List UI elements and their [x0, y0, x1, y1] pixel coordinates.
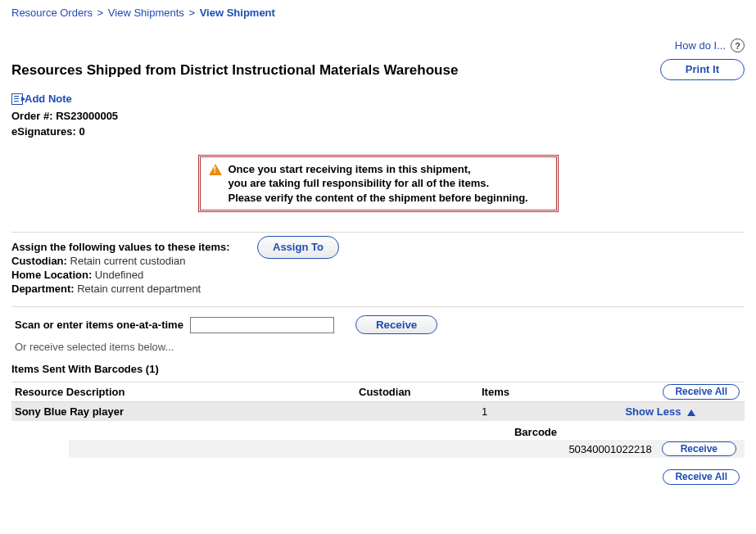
order-label: Order #:	[11, 110, 53, 122]
receive-barcode-button[interactable]: Receive	[662, 441, 736, 456]
esignatures-label: eSignatures:	[11, 125, 76, 138]
order-value: RS23000005	[56, 110, 118, 122]
help-label: How do I...	[675, 39, 726, 52]
items-table: Resource Description Custodian Items Rec…	[11, 382, 745, 421]
receive-all-button-bottom[interactable]: Receive All	[663, 469, 740, 485]
add-note-link[interactable]: Add Note	[25, 93, 72, 105]
page-title: Resources Shipped from District Instruct…	[11, 62, 458, 79]
breadcrumb-current: View Shipment	[200, 7, 275, 19]
order-meta: Add Note Order #: RS23000005 eSignatures…	[11, 92, 745, 140]
divider	[11, 306, 745, 307]
breadcrumb: Resource Orders > View Shipments > View …	[11, 7, 745, 19]
breadcrumb-resource-orders[interactable]: Resource Orders	[11, 7, 93, 19]
receive-button[interactable]: Receive	[355, 315, 437, 334]
help-link[interactable]: How do I... ?	[675, 38, 745, 52]
breadcrumb-sep: >	[188, 7, 195, 19]
print-button[interactable]: Print It	[660, 59, 745, 80]
warning-line-2: you are taking full responsibility for a…	[229, 176, 528, 191]
assign-section: Assign To Assign the following values to…	[11, 241, 745, 301]
warning-box: Once you start receiving items in this s…	[198, 155, 559, 213]
items-heading: Items Sent With Barcodes (1)	[11, 363, 745, 375]
custodian-value: Retain current custodian	[70, 255, 186, 267]
breadcrumb-sep: >	[97, 7, 104, 19]
barcode-header: Barcode	[470, 426, 601, 438]
warning-icon	[209, 164, 222, 175]
item-custodian	[355, 402, 478, 422]
home-location-value: Undefined	[95, 269, 143, 281]
receive-all-button-top[interactable]: Receive All	[663, 384, 740, 400]
or-receive-text: Or receive selected items below...	[15, 341, 745, 353]
item-count: 1	[478, 402, 577, 422]
show-less-toggle[interactable]: Show Less	[625, 405, 695, 418]
warning-line-3: Please verify the content of the shipmen…	[229, 191, 528, 206]
assign-to-button[interactable]: Assign To	[257, 236, 339, 259]
breadcrumb-view-shipments[interactable]: View Shipments	[108, 7, 184, 19]
col-resource-description: Resource Description	[11, 382, 355, 402]
scan-input[interactable]	[190, 317, 334, 333]
custodian-label: Custodian:	[11, 255, 67, 267]
warning-line-1: Once you start receiving items in this s…	[229, 162, 528, 177]
help-icon: ?	[731, 38, 745, 52]
item-description: Sony Blue Ray player	[11, 402, 355, 422]
chevron-up-icon	[687, 410, 695, 416]
add-note-icon	[11, 93, 23, 105]
barcode-row: 50340001022218 Receive	[69, 440, 745, 458]
esignatures-value: 0	[79, 125, 84, 138]
show-less-label: Show Less	[625, 405, 681, 418]
assign-title: Assign the following values to these ite…	[11, 241, 745, 253]
table-row: Sony Blue Ray player 1 Show Less	[11, 402, 745, 422]
divider	[11, 232, 745, 233]
home-location-label: Home Location:	[11, 269, 92, 281]
col-custodian: Custodian	[355, 382, 478, 402]
barcode-section: Barcode 50340001022218 Receive	[11, 426, 745, 458]
department-value: Retain current department	[77, 283, 201, 295]
barcode-value: 50340001022218	[568, 443, 651, 455]
scan-label: Scan or enter items one-at-a-time	[15, 319, 183, 331]
col-items: Items	[478, 382, 577, 402]
department-label: Department:	[11, 283, 75, 295]
